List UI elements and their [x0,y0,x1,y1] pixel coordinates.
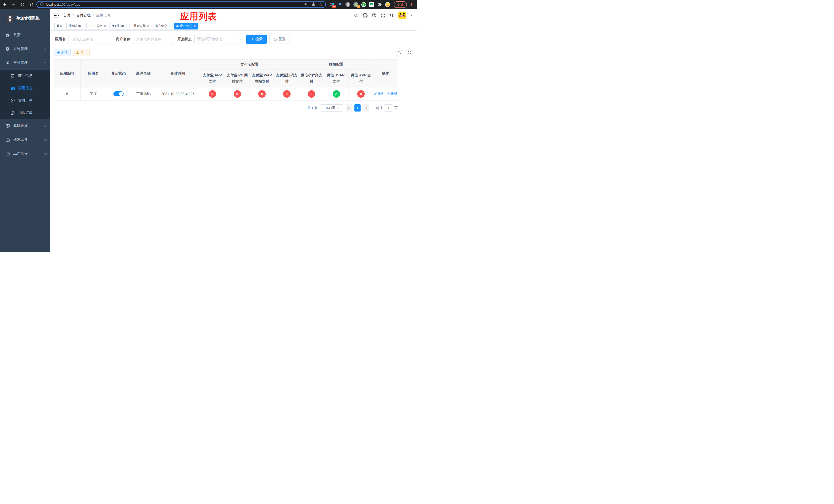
help-icon[interactable] [372,13,376,18]
col-app-id: 应用编号 [54,60,81,87]
app-name-input[interactable] [68,35,111,44]
header-search-icon[interactable] [354,13,358,18]
sidebar-item-app-info[interactable]: 应用信息 [0,82,50,94]
goto-label: 前往 [376,106,382,110]
breadcrumb-payment[interactable]: 支付管理 [76,13,90,18]
group-alipay-config: 支付宝配置 [200,60,299,69]
sidebar-item-workflow[interactable]: 工作流程 [0,147,50,160]
app-name-label: 应用名 [55,37,66,42]
goto-page-input[interactable] [384,104,393,112]
user-menu-caret-icon[interactable] [410,15,413,16]
close-icon[interactable]: × [169,24,171,28]
url-text[interactable]: localhost:1024/pay/app [46,3,304,6]
close-icon[interactable]: × [104,24,106,28]
svg-text:¥: ¥ [12,99,13,102]
sidebar-item-home[interactable]: 首页 [0,28,50,42]
extension-emoji-icon[interactable] [385,2,390,7]
enabled-switch[interactable] [113,91,124,96]
rabbit-logo-icon [6,14,14,23]
total-count: 共 1 条 [307,106,317,110]
browser-menu-icon[interactable]: ⋮ [409,2,414,7]
col-operations: 操作 [373,60,398,87]
annotation-app-list-title: 应用列表 [180,10,217,23]
search-form: 应用名 商户名称 开启状态 请选择开启状态 搜索 重置 [54,35,413,44]
browser-back-icon[interactable] [3,2,7,7]
tag-pay-order[interactable]: 支付订单× [110,23,130,29]
site-info-icon[interactable] [40,2,44,7]
payment-submenu: 商户信息 应用信息 ¥ 支付订单 [0,70,50,119]
merchant-name-label: 商户名称 [116,37,130,42]
col-enabled: 开启状态 [106,60,131,87]
sidebar-item-merchant-info[interactable]: 商户信息 [0,70,50,82]
page-size-select[interactable]: 10条/页 [320,104,343,112]
col-alipay-qr: 支付宝扫码支付 [275,69,299,87]
font-size-icon[interactable]: TT [390,13,394,18]
chevron-down-icon [239,38,241,40]
url-bar[interactable]: localhost:1024/pay/app ☆ [37,1,326,8]
share-icon[interactable] [312,2,315,7]
cell-created: 2021-10-23 08:49:25 [156,87,200,100]
refresh-table-icon[interactable] [406,48,413,56]
browser-forward-icon[interactable] [12,2,16,7]
breadcrumb-home[interactable]: 首页 [63,13,70,18]
search-button[interactable]: 搜索 [246,35,267,44]
extension-icon-3[interactable]: ⌘ [346,2,350,7]
add-button[interactable]: 新增 [54,49,70,56]
status-wechat-jsapi-icon: ✓ [333,90,340,98]
close-icon[interactable]: × [126,24,128,28]
sidebar-item-dev-tools[interactable]: 研发工具 [0,133,50,147]
table-toolbar: 新增 导出 [54,48,413,56]
tag-merchant-info[interactable]: 商户信息× [153,23,173,29]
extension-icon-1[interactable]: 10 [330,2,334,7]
toolbox-icon [5,152,10,156]
extension-icon-2[interactable] [337,2,343,7]
sidebar-item-infrastructure[interactable]: 基础设施 [0,119,50,133]
browser-update-button[interactable]: 更新 [394,1,407,8]
tag-app-info[interactable]: 应用信息× [174,23,198,29]
github-icon[interactable] [363,13,368,18]
extensions-strip: 10 ⌘ 1 y [330,2,390,7]
sidebar-item-refund-order[interactable]: 退款订单 [0,107,50,119]
document-copy-icon [10,111,15,115]
next-page-button[interactable] [363,104,369,112]
extension-icon-6[interactable] [369,2,374,7]
extension-icon-5[interactable]: y [361,2,366,7]
password-key-icon[interactable] [304,2,308,7]
sidebar-item-pay-order[interactable]: ¥ 支付订单 [0,94,50,107]
browser-refresh-icon[interactable] [21,2,25,7]
sidebar-item-payment[interactable]: ¥ 支付管理 [0,56,50,70]
tag-user-group[interactable]: 用户分组× [88,23,108,29]
status-select[interactable]: 请选择开启状态 [194,35,243,44]
prev-page-button[interactable] [346,104,352,112]
delete-button[interactable]: 删除 [387,92,397,96]
yen-circle-icon: ¥ [10,99,15,102]
user-avatar[interactable] [398,12,406,19]
close-icon[interactable]: × [194,24,196,28]
pagination: 共 1 条 10条/页 1 前往 页 [54,104,398,112]
edit-button[interactable]: 修改 [374,92,384,96]
dashboard-icon [5,33,10,37]
chevron-down-icon [337,107,340,109]
fullscreen-icon[interactable] [381,13,385,18]
merchant-name-input[interactable] [133,35,173,44]
sidebar-logo[interactable]: 芋道管理系统 [0,9,50,28]
browser-home-icon[interactable] [29,2,34,7]
export-button[interactable]: 导出 [73,49,90,56]
col-app-name: 应用名 [81,60,106,87]
close-icon[interactable]: × [83,24,84,28]
chevron-down-icon [44,138,47,141]
bookmark-star-icon[interactable]: ☆ [319,3,322,6]
tag-home[interactable]: 首页 [54,23,65,29]
col-alipay-app: 支付宝 APP 支付 [200,69,225,87]
tag-refund-order[interactable]: 退款订单× [131,23,151,29]
extension-icon-4[interactable]: 1 [353,2,358,7]
close-icon[interactable]: × [147,24,149,28]
show-search-icon[interactable] [395,48,403,56]
col-created: 创建时间 [156,60,200,87]
reset-button[interactable]: 重置 [269,35,290,44]
sidebar-fold-icon[interactable] [54,13,59,18]
sidebar-item-system[interactable]: 系统管理 [0,42,50,56]
current-page[interactable]: 1 [354,104,360,112]
extensions-puzzle-icon[interactable] [377,2,382,7]
tag-process-form[interactable]: 流程表单× [66,23,87,29]
